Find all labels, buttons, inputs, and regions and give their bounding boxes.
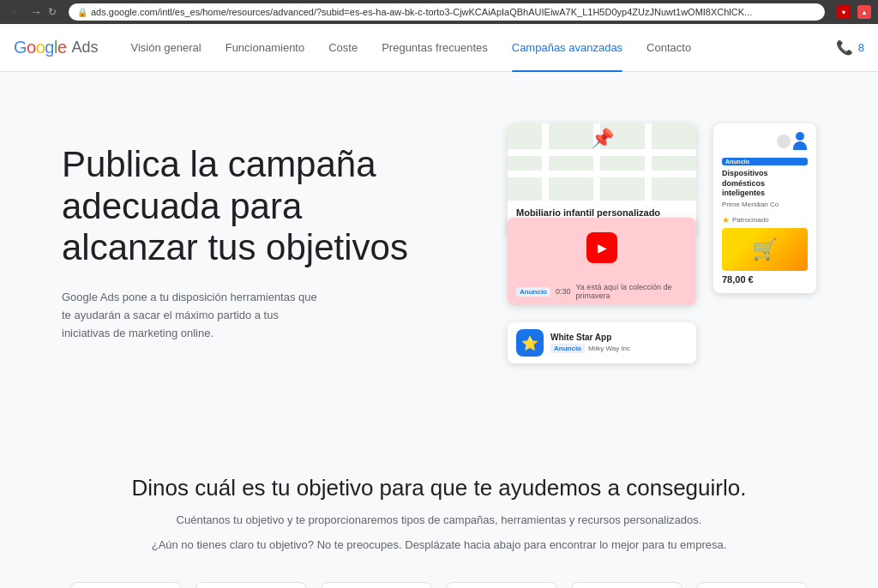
browser-nav: ← → ↻ xyxy=(7,5,57,19)
map-road xyxy=(508,171,696,177)
app-anuncio-badge: Anuncio xyxy=(550,344,585,353)
video-play-button[interactable]: ▶ xyxy=(586,232,617,263)
hero-visual: 📌 Mobiliario infantil personalizado Anun… xyxy=(508,123,816,363)
lock-icon: 🔒 xyxy=(77,8,87,17)
shopping-product-image: 🛒 xyxy=(722,228,808,271)
shopping-anuncio-badge: Anuncio xyxy=(722,158,808,165)
video-caption: Ya está aquí la colección de primavera xyxy=(576,283,688,300)
phone-number: 8 xyxy=(858,41,864,54)
map-business-name: Mobiliario infantil personalizado xyxy=(516,207,688,218)
map-road xyxy=(508,149,696,156)
nav-campanas[interactable]: Campañas avanzadas xyxy=(500,24,634,72)
star-icon: ★ xyxy=(722,215,730,225)
extension-icon-2[interactable]: ▲ xyxy=(857,5,871,19)
ads-logo-text: Ads xyxy=(72,39,99,57)
objective-card-cobertura[interactable]: 🔇 Cobertura y notoriedad de la marca xyxy=(571,582,683,588)
hero-title: Publica la campaña adecuada para alcanza… xyxy=(62,144,439,268)
app-ad-card: ⭐ White Star App Anuncio Milky Way Inc xyxy=(508,322,696,363)
hero-inner: Publica la campaña adecuada para alcanza… xyxy=(27,123,851,363)
video-anuncio-badge: Anuncio xyxy=(516,287,550,297)
shopping-product-title: Dispositivos domésticos inteligentes xyxy=(722,169,808,199)
google-logo: Google xyxy=(14,38,67,57)
url-text: ads.google.com/intl/es_es/home/resources… xyxy=(91,7,752,17)
video-duration: 0:30 xyxy=(556,287,571,296)
objectives-subtitle-2: ¿Aún no tienes claro tu objetivo? No te … xyxy=(17,537,861,555)
forward-button[interactable]: → xyxy=(27,5,45,19)
phone-icon: 📞 xyxy=(836,39,853,56)
sponsored-row: ★ Patrocinado xyxy=(722,215,808,225)
objective-card-aplicacion[interactable]: 📱 Promoción de aplicación xyxy=(696,582,808,588)
map-road xyxy=(542,123,549,201)
app-subtitle: Milky Way Inc xyxy=(588,345,630,352)
video-thumbnail: ▶ xyxy=(508,218,696,278)
browser-actions: ♥ ▲ xyxy=(837,5,871,19)
objectives-section: Dinos cuál es tu objetivo para que te ay… xyxy=(0,432,878,588)
map-background: 📌 xyxy=(508,123,696,201)
top-navigation: Google Ads Visión general Funcionamiento… xyxy=(0,24,878,72)
objective-card-trafico[interactable]: ✨ Tráfico al sitio web xyxy=(321,582,432,588)
objectives-title: Dinos cuál es tu objetivo para que te ay… xyxy=(17,475,861,501)
nav-contacto[interactable]: Contacto xyxy=(634,24,703,72)
objective-card-ventas[interactable]: 🏷 Ventas xyxy=(70,582,182,588)
video-ad-card: ▶ Anuncio 0:30 Ya está aquí la colección… xyxy=(508,218,696,305)
shopping-ad-card: Anuncio Dispositivos domésticos intelige… xyxy=(713,123,816,293)
app-badge-row: Anuncio Milky Way Inc xyxy=(550,344,688,353)
nav-links: Visión general Funcionamiento Coste Preg… xyxy=(119,24,836,72)
objective-cards-container: 🏷 Ventas 👥 Oportunidades de venta ✨ Tráf… xyxy=(17,582,861,588)
shopping-seller: Prime Meridian Co xyxy=(722,201,808,208)
hero-description: Google Ads pone a tu disposición herrami… xyxy=(62,289,319,342)
address-bar[interactable]: 🔒 ads.google.com/intl/es_es/home/resourc… xyxy=(69,3,825,21)
nav-vision-general[interactable]: Visión general xyxy=(119,24,213,72)
app-info: White Star App Anuncio Milky Way Inc xyxy=(550,333,688,353)
objective-card-consideracion[interactable]: ✨ Consideración de la marca y del produc… xyxy=(446,582,557,588)
nav-coste[interactable]: Coste xyxy=(316,24,370,72)
shopping-icons xyxy=(722,132,808,151)
logo[interactable]: Google Ads xyxy=(14,38,99,57)
app-name: White Star App xyxy=(550,333,688,342)
hero-text: Publica la campaña adecuada para alcanza… xyxy=(62,144,439,342)
nav-phone[interactable]: 📞 8 xyxy=(836,39,864,56)
sponsored-label: Patrocinado xyxy=(732,216,769,224)
nav-funcionamiento[interactable]: Funcionamiento xyxy=(213,24,317,72)
app-icon: ⭐ xyxy=(516,329,544,357)
hero-section: Publica la campaña adecuada para alcanza… xyxy=(0,72,878,432)
refresh-button[interactable]: ↻ xyxy=(48,6,57,18)
map-road xyxy=(645,123,652,201)
back-button[interactable]: ← xyxy=(7,5,24,19)
objective-card-oportunidades[interactable]: 👥 Oportunidades de venta xyxy=(195,582,307,588)
video-badge-row: Anuncio 0:30 Ya está aquí la colección d… xyxy=(508,278,696,305)
extension-icon-1[interactable]: ♥ xyxy=(837,5,851,19)
map-pin-icon: 📌 xyxy=(591,128,614,150)
objectives-subtitle-1: Cuéntanos tu objetivo y te proporcionare… xyxy=(17,512,861,530)
nav-preguntas[interactable]: Preguntas frecuentes xyxy=(370,24,500,72)
shopping-price: 78,00 € xyxy=(722,274,808,285)
browser-chrome: ← → ↻ 🔒 ads.google.com/intl/es_es/home/r… xyxy=(0,0,878,24)
